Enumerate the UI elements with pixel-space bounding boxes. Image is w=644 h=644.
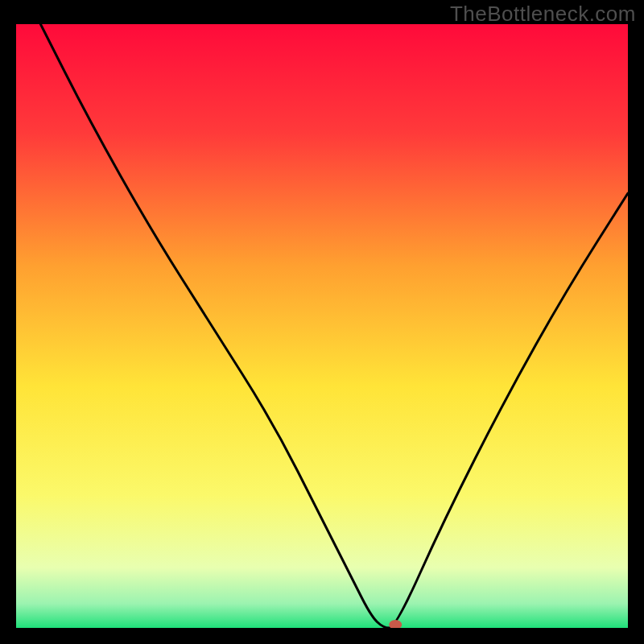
bottleneck-chart bbox=[16, 24, 628, 628]
gradient-background bbox=[16, 24, 628, 628]
watermark-text: TheBottleneck.com bbox=[450, 2, 636, 27]
plot-area bbox=[16, 24, 628, 628]
chart-frame: TheBottleneck.com bbox=[0, 0, 644, 644]
